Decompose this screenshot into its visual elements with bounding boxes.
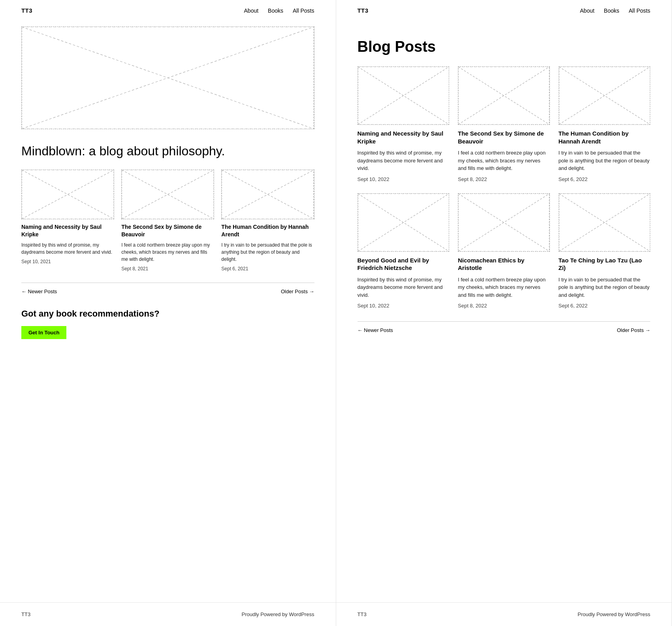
left-post-thumb-2: [121, 170, 214, 219]
right-post-excerpt-4: Inspirited by this wind of promise, my d…: [358, 276, 450, 299]
left-post-date-2: Sept 8, 2021: [121, 266, 214, 272]
left-nav: About Books All Posts: [244, 8, 314, 14]
right-post-title-3[interactable]: The Human Condition by Hannah Arendt: [559, 130, 651, 145]
left-posts-grid: Naming and Necessity by Saul Kripke Insp…: [21, 170, 314, 272]
right-post-thumb-6: [559, 193, 651, 252]
right-logo: TT3: [358, 7, 369, 14]
right-post-thumb-5: [458, 193, 550, 252]
left-cta-section: Got any book recommendations? Get In Tou…: [21, 309, 314, 339]
right-post-date-3: Sept 6, 2022: [559, 176, 651, 182]
right-post-thumb-2: [458, 66, 550, 125]
right-post-title-1[interactable]: Naming and Necessity by Saul Kripke: [358, 130, 450, 145]
right-post-excerpt-2: I feel a cold northern breeze play upon …: [458, 149, 550, 172]
left-post-card-2: The Second Sex by Simone de Beauvoir I f…: [121, 170, 214, 272]
right-pagination: ← Newer Posts Older Posts →: [358, 321, 651, 333]
right-footer: TT3 Proudly Powered by WordPress: [336, 602, 672, 626]
left-post-excerpt-2: I feel a cold northern breeze play upon …: [121, 241, 214, 263]
left-post-thumb-1: [21, 170, 114, 219]
right-post-excerpt-6: I try in vain to be persuaded that the p…: [559, 276, 651, 299]
left-post-excerpt-1: Inspirited by this wind of promise, my d…: [21, 241, 114, 256]
right-nav-books[interactable]: Books: [604, 8, 619, 14]
right-post-card-3: The Human Condition by Hannah Arendt I t…: [559, 66, 651, 182]
right-post-date-2: Sept 8, 2022: [458, 176, 550, 182]
right-post-thumb-3: [559, 66, 651, 125]
right-post-date-1: Sept 10, 2022: [358, 176, 450, 182]
right-post-card-5: Nicomachean Ethics by Aristotle I feel a…: [458, 193, 550, 309]
left-panel: TT3 About Books All Posts Mindblown: a b…: [0, 0, 336, 626]
right-posts-grid-row2: Beyond Good and Evil by Friedrich Nietzs…: [358, 193, 651, 309]
right-older-posts[interactable]: Older Posts →: [617, 327, 650, 333]
right-posts-grid-row1: Naming and Necessity by Saul Kripke Insp…: [358, 66, 651, 182]
left-nav-about[interactable]: About: [244, 8, 259, 14]
left-newer-posts[interactable]: ← Newer Posts: [21, 288, 57, 294]
right-post-excerpt-1: Inspirited by this wind of promise, my d…: [358, 149, 450, 172]
right-post-card-6: Tao Te Ching by Lao Tzu (Lao Zi) I try i…: [559, 193, 651, 309]
right-post-date-6: Sept 6, 2022: [559, 303, 651, 309]
right-nav-allposts[interactable]: All Posts: [629, 8, 650, 14]
right-post-excerpt-3: I try in vain to be persuaded that the p…: [559, 149, 651, 172]
left-logo: TT3: [21, 7, 32, 14]
right-page-title: Blog Posts: [358, 38, 651, 55]
right-post-date-5: Sept 8, 2022: [458, 303, 550, 309]
right-panel: TT3 About Books All Posts Blog Posts Nam…: [336, 0, 672, 626]
right-newer-posts[interactable]: ← Newer Posts: [358, 327, 393, 333]
left-nav-books[interactable]: Books: [268, 8, 283, 14]
right-post-title-6[interactable]: Tao Te Ching by Lao Tzu (Lao Zi): [559, 256, 651, 272]
left-nav-allposts[interactable]: All Posts: [293, 8, 314, 14]
right-post-title-2[interactable]: The Second Sex by Simone de Beauvoir: [458, 130, 550, 145]
right-footer-powered: Proudly Powered by WordPress: [578, 611, 650, 617]
right-nav-about[interactable]: About: [580, 8, 595, 14]
left-post-title-1[interactable]: Naming and Necessity by Saul Kripke: [21, 223, 114, 238]
left-footer-powered: Proudly Powered by WordPress: [241, 611, 314, 617]
left-pagination: ← Newer Posts Older Posts →: [21, 283, 314, 294]
left-footer-logo: TT3: [21, 611, 30, 617]
right-post-title-5[interactable]: Nicomachean Ethics by Aristotle: [458, 256, 550, 272]
left-cta-button[interactable]: Get In Touch: [21, 326, 66, 339]
left-post-title-2[interactable]: The Second Sex by Simone de Beauvoir: [121, 223, 214, 238]
right-post-thumb-1: [358, 66, 450, 125]
right-footer-logo: TT3: [358, 611, 367, 617]
right-header: TT3 About Books All Posts: [336, 0, 672, 21]
right-post-date-4: Sept 10, 2022: [358, 303, 450, 309]
left-post-date-1: Sept 10, 2021: [21, 259, 114, 264]
left-post-date-3: Sept 6, 2021: [221, 266, 314, 272]
right-nav: About Books All Posts: [580, 8, 650, 14]
left-post-thumb-3: [221, 170, 314, 219]
left-post-card-3: The Human Condition by Hannah Arendt I t…: [221, 170, 314, 272]
left-hero-image: [21, 26, 314, 129]
left-post-title-3[interactable]: The Human Condition by Hannah Arendt: [221, 223, 314, 238]
left-footer: TT3 Proudly Powered by WordPress: [0, 602, 336, 626]
left-tagline: Mindblown: a blog about philosophy.: [21, 143, 314, 158]
right-post-card-4: Beyond Good and Evil by Friedrich Nietzs…: [358, 193, 450, 309]
right-post-thumb-4: [358, 193, 450, 252]
left-post-card-1: Naming and Necessity by Saul Kripke Insp…: [21, 170, 114, 272]
left-post-excerpt-3: I try in vain to be persuaded that the p…: [221, 241, 314, 263]
right-post-excerpt-5: I feel a cold northern breeze play upon …: [458, 276, 550, 299]
right-post-card-1: Naming and Necessity by Saul Kripke Insp…: [358, 66, 450, 182]
left-older-posts[interactable]: Older Posts →: [281, 288, 314, 294]
left-cta-title: Got any book recommendations?: [21, 309, 314, 319]
right-post-title-4[interactable]: Beyond Good and Evil by Friedrich Nietzs…: [358, 256, 450, 272]
left-header: TT3 About Books All Posts: [0, 0, 336, 21]
right-post-card-2: The Second Sex by Simone de Beauvoir I f…: [458, 66, 550, 182]
